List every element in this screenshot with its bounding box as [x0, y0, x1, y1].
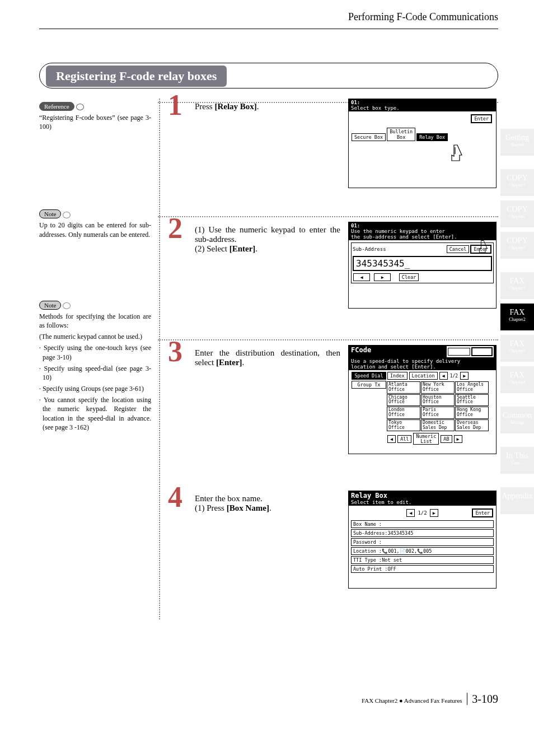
step4-number: 4 [168, 483, 182, 512]
screen3-cell[interactable]: Paris Office [421, 407, 455, 419]
screen1-bulletin-box-button[interactable]: Bulletin Box [387, 128, 415, 141]
screen3-prev-button[interactable]: ◀ [439, 372, 448, 380]
screen3-group-tx-tab[interactable]: Group Tx [352, 381, 386, 389]
screen3-cell[interactable]: London Office [387, 407, 420, 419]
reference-text: “Registering F-code boxes” (see page 3-1… [39, 113, 151, 131]
side-tabs: GettingStarted COPYChapter1 COPYChapter2… [500, 129, 534, 519]
screen4-enter-button[interactable]: Enter [472, 508, 493, 517]
header-rule [39, 29, 498, 29]
screen3-numeric-list-button[interactable]: Numeric List [413, 433, 439, 445]
note-badge-1: Note [39, 209, 61, 218]
note2-li1: · Specify using the one-touch keys (see … [39, 343, 151, 361]
screen4-sub-address-field[interactable]: Sub-Address:345345345 [351, 529, 494, 537]
screen2-left-button[interactable]: ◀ [353, 273, 370, 281]
screen4-tti-type-field[interactable]: TTI Type :Not set [351, 556, 494, 564]
cursor-pointer-icon [449, 144, 465, 163]
step4-text: Enter the box name. (1) Press [Box Name]… [195, 494, 340, 513]
section-title: Registering F-code relay boxes [46, 66, 227, 87]
screen3-cell[interactable]: Chicago Office [387, 394, 420, 407]
screen3-cell[interactable]: Seattle Office [455, 394, 489, 407]
dotted-divider-h-3 [158, 339, 498, 340]
tab-getting-started[interactable]: GettingStarted [500, 129, 534, 156]
tab-fax-ch3[interactable]: FAXChapter3 [500, 335, 534, 362]
step1-text-b: [Relay Box] [214, 102, 256, 111]
screen4-pager: 1/2 [418, 510, 427, 516]
step1-text-a: Press [195, 102, 214, 111]
screen3-cell[interactable]: New York Office [421, 381, 455, 394]
step4-text-a: Enter the box name. [195, 494, 340, 503]
screen4-next-button[interactable]: ▶ [430, 509, 438, 517]
tab-in-this-case[interactable]: In ThisCase... [500, 447, 534, 474]
screen2-cancel-button[interactable]: Cancel [447, 245, 470, 253]
screen3-ab-next-button[interactable]: ▶ [454, 435, 462, 443]
screen3-pager: 1/2 [449, 374, 459, 379]
screen3-next-button[interactable]: ▶ [460, 372, 469, 380]
screen4-prev-button[interactable]: ◀ [406, 509, 415, 517]
tab-copy-ch1[interactable]: COPYChapter1 [500, 169, 534, 196]
step4-text-d: . [269, 503, 271, 512]
screen3-cell[interactable]: Los Angels Office [455, 381, 489, 394]
screen3-subtitle: Use a speed-dial to specify delivery loc… [351, 358, 460, 370]
step1-number: 1 [168, 91, 182, 120]
step3-text: Enter the distribution destination, then… [195, 348, 340, 367]
dotted-divider-vertical [159, 99, 160, 619]
screen3-cancel-button[interactable]: Cancel [448, 348, 471, 356]
screen1-relay-box-button[interactable]: Relay Box [416, 133, 448, 141]
screen3-title: FCode [351, 346, 371, 354]
tab-fax-ch1[interactable]: FAXChapter1 [500, 272, 534, 299]
screen3-location-grid: Atlanta Office New York Office Los Angel… [387, 381, 489, 431]
footer-chapter: FAX Chapter2 ● Advanced Fax Features [362, 697, 462, 704]
screen3-index-button[interactable]: Index [387, 372, 407, 380]
step2-text-c: [Enter] [229, 244, 256, 253]
step3-text-b: [Enter] [216, 358, 242, 367]
note-badge-circle-1 [63, 212, 71, 218]
screen4-location-field[interactable]: Location :📞001,📄002,📞005 [351, 547, 494, 555]
screen3-location-button[interactable]: Location [409, 372, 438, 380]
screen1-subtitle: Select box type. [351, 105, 400, 111]
note2-li2: · Specify using speed-dial (see page 3-1… [39, 364, 151, 382]
step2-text: (1) Use the numeric keypad to enter the … [195, 225, 340, 254]
screen3-cell[interactable]: Hong Kong Office [455, 407, 489, 419]
reference-badge-circle [76, 104, 84, 110]
screen-relay-box-edit: Relay Box Select item to edit. ◀ 1/2 ▶ E… [348, 491, 496, 589]
step1-text-c: . [257, 102, 259, 111]
footer-page-number: 3-109 [467, 693, 498, 705]
dotted-divider-h-2 [158, 216, 498, 217]
screen2-subtitle: Use the numeric keypad to enter the sub-… [351, 228, 457, 240]
step1-text: Press [Relay Box]. [195, 102, 340, 111]
screen3-cell[interactable]: Domestic Sales Dep [421, 419, 455, 432]
tab-appendix[interactable]: Appendix [500, 487, 534, 514]
screen3-cell[interactable]: Overseas Sales Dep [455, 419, 489, 432]
screen4-password-field[interactable]: Password : [351, 538, 494, 546]
screen4-box-name-field[interactable]: Box Name : [351, 520, 494, 528]
screen3-cell[interactable]: Tokyo Office [387, 419, 420, 432]
screen2-right-button[interactable]: ▶ [374, 273, 391, 281]
screen3-ab-button[interactable]: AB [441, 435, 452, 443]
screen3-cell[interactable]: Houston Office [421, 394, 455, 407]
step3-text-c: . [242, 358, 245, 367]
screen4-auto-print-field[interactable]: Auto Print :OFF [351, 565, 494, 573]
screen1-enter-button[interactable]: Enter [471, 114, 492, 123]
tab-fax-ch4[interactable]: FAXChapter4 [500, 366, 534, 393]
running-header: Performing F-Code Communications [39, 0, 498, 29]
screen3-all-prev-button[interactable]: ◀ [387, 435, 396, 443]
tab-copy-ch3[interactable]: COPYChapter3 [500, 232, 534, 259]
note-badge-circle-2 [63, 302, 71, 309]
screen3-cell[interactable]: Atlanta Office [387, 381, 420, 394]
screen3-speed-dial-tab[interactable]: Speed Dial [352, 372, 386, 380]
tab-fax-ch2[interactable]: FAXChapter2 [500, 304, 534, 330]
screen2-subaddress-value[interactable]: 345345345_ [353, 256, 492, 271]
note2-li4: · You cannot specify the location using … [39, 395, 151, 432]
reference-badge: Reference [39, 102, 74, 111]
screen2-title: 01: [351, 223, 360, 228]
screen3-all-button[interactable]: All [397, 435, 411, 443]
tab-common-settings[interactable]: CommonSettings [500, 407, 534, 433]
screen2-clear-button[interactable]: Clear [399, 273, 419, 281]
screen2-subaddress-label: Sub-Address [353, 246, 386, 252]
note1-text: Up to 20 digits can be entered for sub-a… [39, 221, 151, 239]
tab-copy-ch2[interactable]: COPYChapter2 [500, 200, 534, 227]
screen3-enter-button[interactable]: Enter [471, 347, 493, 356]
screen1-secure-box-button[interactable]: Secure Box [352, 133, 386, 141]
section-title-frame: Registering F-code relay boxes [39, 63, 498, 88]
step2-number: 2 [168, 214, 182, 243]
